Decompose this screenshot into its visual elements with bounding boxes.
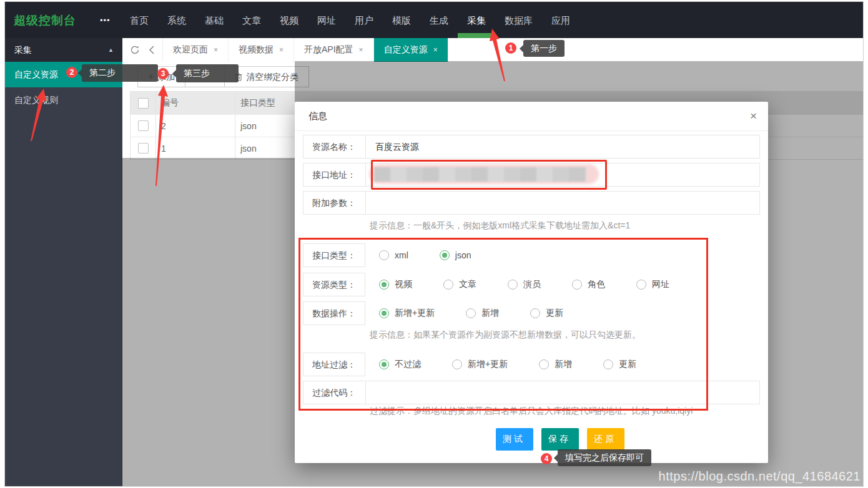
radio-xml[interactable]: xml [379, 250, 408, 260]
field-label: 附加参数： [303, 192, 366, 214]
nav-item-home[interactable]: 首页 [130, 2, 149, 39]
modal-footer-buttons: 测试 保存 还原 [496, 428, 624, 451]
radio-filter-update[interactable]: 更新 [603, 359, 636, 370]
field-data-action: 数据操作： 新增+更新 新增 更新 [303, 301, 563, 325]
nav-item-user[interactable]: 用户 [355, 2, 373, 39]
tab-welcome[interactable]: 欢迎页面 × [163, 38, 229, 62]
radio-icon [379, 250, 389, 260]
nav-menu: 首页 系统 基础 文章 视频 网址 用户 模版 生成 采集 数据库 应用 [130, 2, 570, 39]
restore-button[interactable]: 还原 [587, 428, 624, 451]
sidebar-item-custom-resource[interactable]: 自定义资源 [5, 62, 122, 87]
field-url-filter: 地址过滤： 不过滤 新增+更新 新增 更新 [303, 353, 636, 376]
radio-icon [443, 280, 453, 290]
field-label: 资源名称： [303, 135, 366, 158]
resource-name-input[interactable] [366, 135, 759, 158]
row-checkbox[interactable] [138, 120, 149, 131]
radio-filter-add-update[interactable]: 新增+更新 [452, 359, 508, 370]
radio-role[interactable]: 角色 [572, 279, 605, 290]
add-button[interactable]: + 添加 [137, 66, 185, 87]
nav-item-video[interactable]: 视频 [280, 2, 298, 39]
nav-item-basic[interactable]: 基础 [205, 2, 224, 39]
save-button[interactable]: 保存 [541, 428, 579, 451]
radio-label: 更新 [546, 308, 563, 319]
field-resource-name: 资源名称： [303, 135, 760, 159]
radio-video[interactable]: 视频 [379, 279, 412, 290]
tab-video-data[interactable]: 视频数据 × [229, 38, 294, 62]
radio-label: 新增 [481, 308, 499, 319]
collapse-arrow-icon: ▲ [108, 38, 114, 62]
nav-item-article[interactable]: 文章 [242, 2, 261, 39]
info-modal: 信息 × 资源名称： 接口地址： 附加参数： 提示信息：一般&开头，例如老版xm… [295, 102, 768, 463]
redacted-api-url-value [369, 163, 599, 185]
nav-item-apps[interactable]: 应用 [551, 2, 570, 39]
sidebar-item-custom-rule[interactable]: 自定义规则 [5, 87, 122, 113]
nav-item-template[interactable]: 模版 [392, 2, 411, 39]
add-button-label: 添加 [157, 67, 175, 87]
radio-label: json [455, 250, 471, 260]
clear-button-label: 清空绑定分类 [246, 67, 298, 87]
top-nav: 超级控制台 ••• 首页 系统 基础 文章 视频 网址 用户 模版 生成 采集 … [5, 2, 863, 39]
nav-item-system[interactable]: 系统 [167, 2, 186, 39]
modal-close-icon[interactable]: × [750, 102, 757, 130]
radio-filter-add[interactable]: 新增 [539, 359, 572, 370]
nav-item-url[interactable]: 网址 [317, 2, 336, 39]
radio-json[interactable]: json [440, 250, 471, 260]
nav-item-collect[interactable]: 采集 [467, 2, 486, 39]
tab-custom-resource[interactable]: 自定义资源 × [374, 38, 448, 62]
tab-label: 自定义资源 [384, 44, 428, 56]
test-button[interactable]: 测试 [496, 428, 533, 451]
field-label: 地址过滤： [303, 353, 365, 376]
radio-add[interactable]: 新增 [466, 308, 499, 319]
nav-more-icon[interactable]: ••• [100, 2, 111, 39]
radio-add-update[interactable]: 新增+更新 [379, 308, 435, 319]
radio-icon [539, 359, 549, 369]
radio-icon [603, 359, 613, 369]
action-hint: 提示信息：如果某个资源作为副资源不想新增数据，可以只勾选更新。 [370, 329, 641, 341]
field-label: 资源类型： [303, 273, 365, 296]
params-hint: 提示信息：一般&开头，例如老版xml格式采集下载地址需加入&ct=1 [370, 220, 630, 232]
hidden-middle-button[interactable] [185, 66, 225, 87]
radio-label: 不过滤 [395, 359, 421, 370]
refresh-icon[interactable] [130, 45, 140, 55]
field-api-type: 接口类型： xml json [303, 243, 471, 267]
nav-item-collect-label: 采集 [467, 15, 486, 26]
trash-icon [235, 73, 242, 81]
radio-actor[interactable]: 演员 [508, 279, 541, 290]
field-resource-type: 资源类型： 视频 文章 演员 角色 网址 [303, 273, 669, 296]
sidebar: 采集 ▲ 自定义资源 自定义规则 [5, 38, 122, 486]
tab-open-api[interactable]: 开放API配置 × [294, 38, 374, 62]
sidebar-group-collect[interactable]: 采集 ▲ [5, 38, 122, 62]
radio-update[interactable]: 更新 [530, 308, 563, 319]
radio-icon [466, 308, 476, 318]
nav-item-generate[interactable]: 生成 [430, 2, 448, 39]
radio-website[interactable]: 网址 [636, 279, 669, 290]
radio-icon [379, 280, 389, 290]
sidebar-group-label: 采集 [14, 45, 32, 55]
row-checkbox[interactable] [138, 143, 149, 154]
radio-icon [508, 280, 518, 290]
tab-close-icon[interactable]: × [214, 46, 218, 54]
filter-code-input[interactable] [366, 381, 759, 404]
tab-close-icon[interactable]: × [433, 46, 438, 54]
radio-label: 文章 [459, 279, 476, 290]
field-label: 接口类型： [303, 243, 365, 267]
radio-label: 角色 [588, 279, 605, 290]
nav-item-database[interactable]: 数据库 [505, 2, 533, 39]
select-all-checkbox[interactable] [138, 98, 149, 109]
tab-label: 开放API配置 [304, 44, 353, 56]
tab-label: 视频数据 [239, 44, 274, 56]
tab-close-icon[interactable]: × [279, 46, 284, 54]
redaction-mosaic [374, 167, 586, 182]
radio-label: 演员 [523, 279, 541, 290]
radio-no-filter[interactable]: 不过滤 [379, 359, 421, 370]
radio-article[interactable]: 文章 [443, 279, 476, 290]
radio-icon [379, 359, 389, 369]
tab-close-icon[interactable]: × [359, 46, 363, 54]
radio-label: 新增+更新 [468, 359, 508, 370]
cell-id: 1 [156, 137, 235, 159]
tab-label: 欢迎页面 [173, 44, 208, 56]
extra-params-input[interactable] [366, 192, 759, 214]
field-label: 过滤代码： [303, 381, 366, 404]
radio-label: 网址 [652, 279, 669, 290]
chevron-left-icon[interactable] [149, 46, 155, 54]
